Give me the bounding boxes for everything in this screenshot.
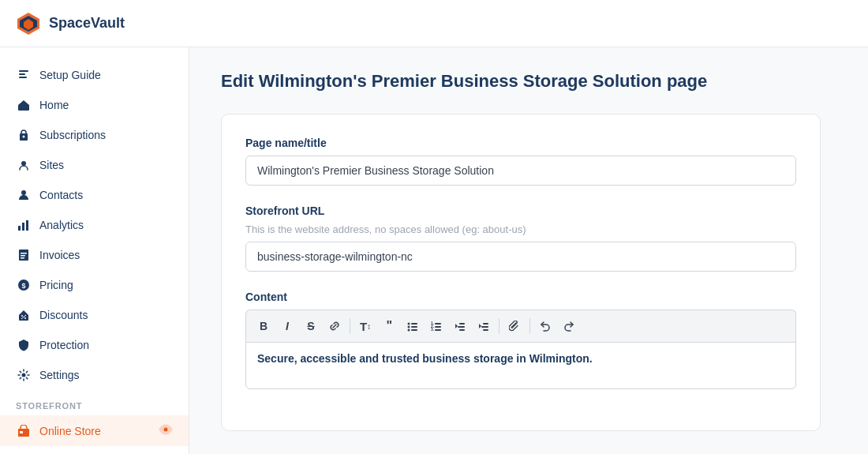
sidebar-item-pricing[interactable]: $ Pricing bbox=[0, 270, 189, 300]
sidebar-item-settings[interactable]: Settings bbox=[0, 360, 189, 390]
svg-rect-3 bbox=[19, 70, 28, 72]
contacts-icon bbox=[16, 187, 32, 203]
editor-content-area[interactable]: Secure, accessible and trusted business … bbox=[245, 342, 796, 389]
strikethrough-button[interactable]: S bbox=[300, 315, 322, 337]
storefront-url-hint: This is the website address, no spaces a… bbox=[245, 223, 796, 235]
svg-point-28 bbox=[408, 326, 410, 328]
storefront-section-label: STOREFRONT bbox=[0, 390, 189, 415]
bullet-list-button[interactable] bbox=[402, 315, 424, 337]
sidebar-item-subscriptions[interactable]: Subscriptions bbox=[0, 120, 189, 150]
home-icon bbox=[16, 97, 32, 113]
settings-icon bbox=[16, 367, 32, 383]
sidebar-item-discounts[interactable]: Discounts bbox=[0, 300, 189, 330]
svg-rect-27 bbox=[411, 323, 417, 325]
online-store-eye-icon bbox=[159, 422, 173, 439]
page-title: Edit Wilmington's Premier Business Stora… bbox=[221, 71, 836, 92]
svg-point-22 bbox=[22, 373, 26, 377]
online-store-icon bbox=[16, 423, 32, 439]
svg-point-20 bbox=[24, 317, 26, 319]
discounts-icon bbox=[16, 307, 32, 323]
svg-rect-43 bbox=[483, 329, 488, 331]
content-label: Content bbox=[245, 291, 796, 303]
attachment-button[interactable] bbox=[503, 315, 526, 337]
editor-toolbar: B I S T↕ " 1.2.3. bbox=[245, 310, 796, 342]
sidebar-item-home[interactable]: Home bbox=[0, 90, 189, 120]
svg-rect-35 bbox=[435, 326, 441, 328]
content-group: Content B I S T↕ " 1.2.3. bbox=[245, 291, 796, 389]
app-logo bbox=[16, 11, 41, 36]
svg-rect-37 bbox=[435, 329, 441, 331]
ordered-list-button[interactable]: 1.2.3. bbox=[425, 315, 447, 337]
sites-icon bbox=[16, 157, 32, 173]
svg-point-9 bbox=[21, 190, 26, 195]
svg-rect-31 bbox=[411, 329, 417, 331]
page-name-label: Page name/title bbox=[245, 137, 796, 149]
svg-rect-40 bbox=[459, 329, 465, 331]
toolbar-separator-1 bbox=[350, 318, 350, 334]
svg-text:$: $ bbox=[21, 282, 25, 290]
italic-button[interactable]: I bbox=[276, 315, 298, 337]
main-content: Edit Wilmington's Premier Business Stora… bbox=[189, 47, 868, 454]
blockquote-button[interactable]: " bbox=[378, 315, 400, 337]
svg-rect-29 bbox=[411, 326, 417, 328]
form-card: Page name/title Storefront URL This is t… bbox=[221, 114, 821, 431]
svg-rect-39 bbox=[458, 326, 465, 328]
svg-rect-12 bbox=[26, 220, 28, 231]
page-name-input[interactable] bbox=[245, 156, 796, 186]
svg-rect-4 bbox=[19, 73, 25, 75]
sidebar-item-setup-guide[interactable]: Setup Guide bbox=[0, 60, 189, 90]
indent-button[interactable] bbox=[473, 315, 495, 337]
svg-rect-33 bbox=[435, 323, 441, 325]
subscriptions-icon bbox=[16, 127, 32, 143]
outdent-button[interactable] bbox=[449, 315, 471, 337]
svg-rect-16 bbox=[21, 257, 24, 259]
svg-point-30 bbox=[408, 329, 410, 332]
svg-rect-14 bbox=[21, 253, 27, 254]
sidebar-item-analytics[interactable]: Analytics bbox=[0, 210, 189, 240]
sidebar: Setup Guide Home Subscriptions Sites Con… bbox=[0, 47, 189, 454]
setup-guide-icon bbox=[16, 67, 32, 83]
app-header: SpaceVault bbox=[0, 0, 868, 47]
undo-button[interactable] bbox=[534, 315, 556, 337]
svg-point-19 bbox=[21, 315, 23, 317]
sidebar-item-online-store[interactable]: Online Store bbox=[0, 415, 189, 446]
svg-point-25 bbox=[164, 428, 168, 432]
page-name-group: Page name/title bbox=[245, 137, 796, 186]
svg-rect-42 bbox=[481, 326, 488, 328]
app-title: SpaceVault bbox=[49, 15, 125, 32]
bold-button[interactable]: B bbox=[253, 315, 275, 337]
svg-rect-38 bbox=[459, 323, 465, 325]
svg-rect-24 bbox=[20, 431, 23, 433]
invoices-icon bbox=[16, 247, 32, 263]
sidebar-item-invoices[interactable]: Invoices bbox=[0, 240, 189, 270]
sidebar-item-sites[interactable]: Sites bbox=[0, 150, 189, 180]
sidebar-item-protection[interactable]: Protection bbox=[0, 330, 189, 360]
storefront-url-group: Storefront URL This is the website addre… bbox=[245, 204, 796, 272]
svg-rect-15 bbox=[21, 255, 25, 257]
svg-rect-11 bbox=[22, 223, 24, 231]
toolbar-separator-3 bbox=[529, 318, 530, 334]
font-size-button[interactable]: T↕ bbox=[354, 315, 376, 337]
svg-point-8 bbox=[21, 161, 26, 166]
svg-rect-10 bbox=[18, 226, 21, 231]
redo-button[interactable] bbox=[558, 315, 580, 337]
app-body: Setup Guide Home Subscriptions Sites Con… bbox=[0, 47, 868, 454]
storefront-url-input[interactable] bbox=[245, 242, 796, 272]
pricing-icon: $ bbox=[16, 277, 32, 293]
svg-point-7 bbox=[23, 136, 25, 138]
toolbar-separator-2 bbox=[499, 318, 499, 334]
svg-point-26 bbox=[408, 323, 410, 325]
link-button[interactable] bbox=[324, 315, 346, 337]
sidebar-item-contacts[interactable]: Contacts bbox=[0, 180, 189, 210]
svg-text:3.: 3. bbox=[431, 327, 435, 332]
analytics-icon bbox=[16, 217, 32, 233]
storefront-url-label: Storefront URL bbox=[245, 204, 796, 217]
svg-rect-41 bbox=[483, 323, 488, 325]
editor-text: Secure, accessible and trusted business … bbox=[257, 352, 784, 365]
svg-rect-5 bbox=[19, 77, 27, 78]
protection-icon bbox=[16, 337, 32, 353]
